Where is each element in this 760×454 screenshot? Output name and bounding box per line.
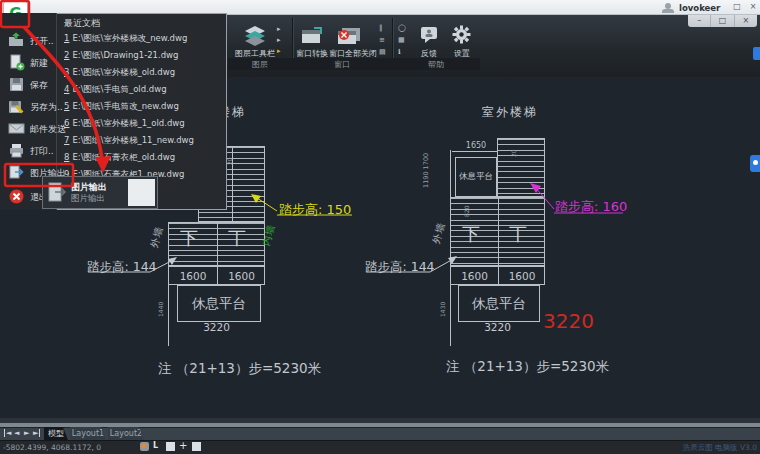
layer-mini-icon[interactable]: ▸	[277, 25, 281, 33]
save-as-icon	[8, 98, 25, 115]
right-side-dim: 1430	[439, 302, 446, 317]
left-dim-row: 1600 1600	[168, 266, 265, 285]
menu-item-email[interactable]: 邮件发送	[30, 123, 66, 136]
grid-toggle-icon[interactable]	[166, 442, 175, 451]
stair-up-arrow: 丅	[509, 222, 527, 246]
image-export-flyout[interactable]: 图片输出 图片输出	[42, 176, 158, 209]
save-icon	[8, 76, 25, 93]
left-note: 注 （21+13）步=5230米	[158, 360, 321, 378]
left-platform-label: 休息平台	[192, 295, 246, 313]
dim-value: 1600	[498, 267, 546, 284]
tab-layout2[interactable]: Layout2	[108, 427, 144, 440]
flyout-highlight-area	[128, 179, 155, 206]
right-wall-line	[450, 150, 451, 346]
email-icon	[8, 120, 25, 137]
document-window-controls: – □ ×	[688, 14, 757, 27]
right-dim-row: 1600 1600	[450, 266, 545, 285]
dim-line	[452, 151, 498, 152]
grid-icon[interactable]: ▦	[398, 36, 405, 44]
tab-next-button[interactable]: ►	[24, 429, 29, 437]
stair-divider	[498, 198, 499, 265]
new-file-icon	[8, 54, 25, 71]
tile-vertical-icon[interactable]: ∥	[379, 24, 383, 32]
ortho-toggle-icon[interactable]: L	[153, 441, 158, 450]
recent-file[interactable]: 5E:\图纸\手电筒改_new.dwg	[64, 101, 179, 113]
stair-down-arrow: 下	[462, 222, 480, 246]
left-rise-bottom-label: 踏步高: 144	[87, 259, 157, 276]
right-note: 注 （21+13）步=5230米	[446, 358, 609, 376]
menu-item-new[interactable]: 新建	[30, 57, 48, 70]
right-strip-dim: 20	[510, 149, 517, 157]
user-avatar-body	[662, 9, 674, 13]
left-total-dim: 3220	[168, 321, 265, 333]
left-side-dim: 1440	[157, 302, 164, 317]
dim-value: 1600	[169, 267, 217, 284]
recent-file[interactable]: 8E:\图纸\石膏衣柜_old.dwg	[64, 152, 175, 164]
tab-layout1[interactable]: Layout1	[70, 427, 106, 440]
layer-mini-icon-yellow[interactable]: ▸	[277, 47, 281, 55]
menu-item-print[interactable]: 打印..	[30, 145, 54, 158]
info-icon[interactable]: ℹ	[398, 48, 401, 56]
recent-file[interactable]: 7E:\图纸\室外楼梯_11_new.dwg	[64, 135, 194, 147]
right-total-red: 3220	[543, 309, 594, 333]
coordinates-readout: -5802.4399, 4068.1172, 0	[3, 443, 101, 452]
close-button[interactable]: ×	[746, 1, 760, 12]
tab-last-button[interactable]: ►	[33, 429, 40, 437]
side-panel-tab-icon[interactable]	[753, 47, 760, 60]
menu-item-save-as[interactable]: 另存为..	[30, 101, 63, 114]
print-icon	[8, 142, 25, 159]
left-strip-dim: 20	[226, 157, 233, 165]
stair-down-arrow: 下	[180, 226, 198, 250]
group-label-layer: 图层	[228, 59, 292, 70]
cascade-windows-icon[interactable]: ▤	[379, 48, 386, 56]
group-label-help: 帮助	[392, 59, 480, 70]
statusbar	[0, 440, 760, 454]
tab-first-button[interactable]: ◄	[4, 429, 11, 437]
recent-file[interactable]: 4E:\图纸\手电筒_old.dwg	[64, 84, 167, 96]
right-rise-top-label: 踏步高: 160	[555, 198, 627, 216]
right-rise-bottom-label: 踏步高: 144	[365, 259, 435, 276]
group-label-window: 窗口	[292, 59, 392, 70]
about-icon[interactable]: ◯	[398, 24, 406, 32]
polar-toggle-icon[interactable]	[192, 442, 201, 451]
menu-item-save[interactable]: 保存	[30, 79, 48, 92]
app-version: 浩辰云图 电脑版 V3.0	[683, 443, 757, 453]
menu-item-open[interactable]: 打开..	[30, 35, 54, 48]
close-all-windows-icon[interactable]	[336, 26, 362, 49]
customer-service-icon[interactable]	[750, 155, 760, 172]
recent-file[interactable]: 6E:\图纸\室外楼梯_1_old.dwg	[64, 118, 185, 130]
recent-documents-header: 最近文档	[64, 17, 100, 30]
window-switch-icon[interactable]	[300, 26, 324, 49]
right-total-dim: 3220	[450, 321, 545, 333]
right-side-dims: 1190 1700	[422, 153, 430, 188]
doc-minimize-button[interactable]: –	[688, 14, 711, 27]
recent-file[interactable]: 2E:\图纸\Drawing1-21.dwg	[64, 50, 178, 62]
right-platform-label: 休息平台	[472, 295, 526, 313]
folder-open-icon	[8, 32, 25, 49]
stair-divider	[217, 223, 218, 265]
crosshair-toggle-icon[interactable]: +	[179, 440, 187, 451]
tab-prev-button[interactable]: ◄	[14, 429, 19, 437]
recent-file[interactable]: 3E:\图纸\室外楼梯_old.dwg	[64, 67, 175, 79]
minimize-button[interactable]: –	[712, 1, 726, 12]
left-rise-top-label: 踏步高: 150	[279, 201, 351, 219]
doc-close-button[interactable]: ×	[735, 14, 757, 27]
settings-gear-icon[interactable]	[452, 25, 471, 48]
recent-file[interactable]: 1E:\图纸\室外楼梯改_new.dwg	[64, 33, 187, 45]
stair-up-arrow: 丅	[228, 226, 246, 250]
dim-value: 1600	[217, 267, 266, 284]
osnap-toggle-icon[interactable]	[140, 442, 149, 451]
right-top-platform-label: 休息平台	[459, 171, 493, 183]
layer-mini-icon[interactable]: ▸	[277, 36, 281, 44]
doc-restore-button[interactable]: □	[711, 14, 734, 27]
right-upper-stair-run	[497, 138, 545, 197]
image-export-flyout-icon	[47, 181, 67, 209]
image-export-icon	[8, 164, 25, 181]
feedback-icon[interactable]	[419, 25, 439, 48]
exit-icon	[8, 188, 25, 205]
right-top-dim: 1650	[455, 141, 497, 150]
flyout-description: 图片输出	[71, 193, 105, 205]
tile-horizontal-icon[interactable]: ≡	[379, 36, 385, 44]
right-diagram-title: 室外楼梯	[482, 104, 538, 121]
restore-button[interactable]: □	[730, 1, 744, 12]
